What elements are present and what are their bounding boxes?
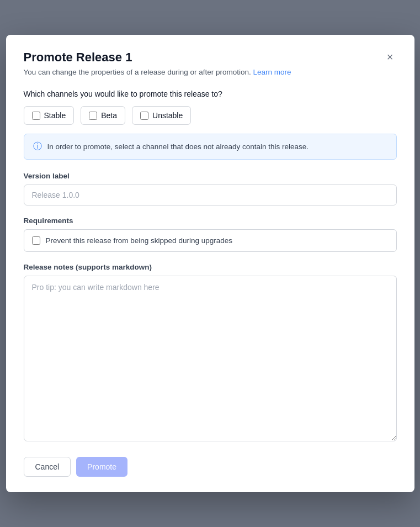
- channels-row: Stable Beta Unstable: [24, 106, 397, 125]
- channel-unstable[interactable]: Unstable: [132, 106, 191, 125]
- release-notes-section: Release notes (supports markdown): [24, 263, 397, 444]
- channel-stable[interactable]: Stable: [24, 106, 75, 125]
- channel-stable-label: Stable: [44, 111, 66, 120]
- version-label-input[interactable]: [24, 185, 397, 205]
- channel-stable-checkbox[interactable]: [32, 112, 40, 120]
- learn-more-link[interactable]: Learn more: [253, 68, 291, 76]
- modal-title: Promote Release 1: [24, 50, 132, 65]
- channel-beta-label: Beta: [101, 111, 117, 120]
- requirements-checkbox-text: Prevent this release from being skipped …: [46, 236, 232, 245]
- channel-unstable-label: Unstable: [152, 111, 183, 120]
- modal-footer: Cancel Promote: [24, 457, 397, 477]
- modal-header: Promote Release 1 ×: [24, 50, 397, 65]
- requirements-section: Requirements Prevent this release from b…: [24, 217, 397, 252]
- modal-subtitle: You can change the properties of a relea…: [24, 68, 397, 76]
- version-label-section: Version label: [24, 172, 397, 217]
- info-icon: ⓘ: [33, 141, 42, 152]
- info-banner-text: In order to promote, select a channel th…: [47, 143, 309, 151]
- promote-button[interactable]: Promote: [76, 457, 127, 477]
- requirements-checkbox-label[interactable]: Prevent this release from being skipped …: [24, 229, 397, 252]
- channel-beta[interactable]: Beta: [81, 106, 125, 125]
- version-label-heading: Version label: [24, 172, 397, 180]
- requirements-heading: Requirements: [24, 217, 397, 225]
- close-button[interactable]: ×: [384, 50, 397, 64]
- channel-beta-checkbox[interactable]: [89, 112, 97, 120]
- promote-release-modal: Promote Release 1 × You can change the p…: [6, 35, 414, 492]
- cancel-button[interactable]: Cancel: [24, 457, 71, 477]
- release-notes-textarea[interactable]: [24, 276, 397, 441]
- requirements-checkbox[interactable]: [32, 236, 40, 245]
- release-notes-heading: Release notes (supports markdown): [24, 263, 397, 271]
- info-banner: ⓘ In order to promote, select a channel …: [24, 134, 397, 160]
- channels-question: Which channels you would like to promote…: [24, 89, 397, 98]
- channel-unstable-checkbox[interactable]: [140, 112, 148, 120]
